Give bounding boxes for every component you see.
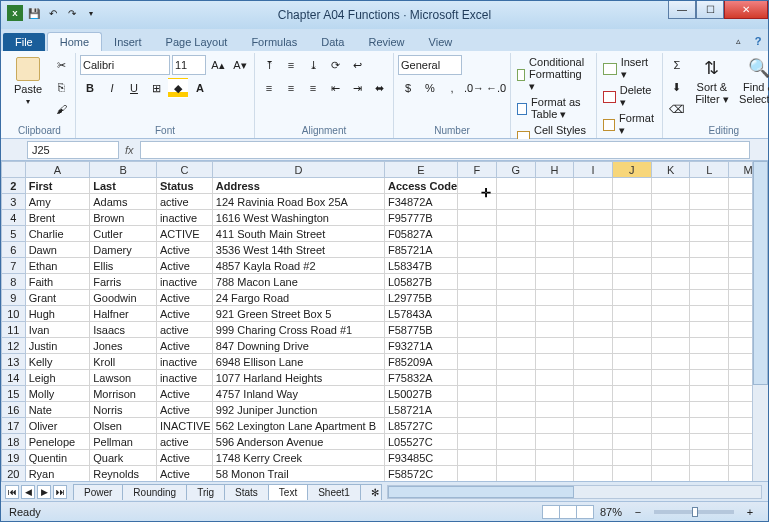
cell[interactable]: Ellis [90, 258, 157, 274]
tab-view[interactable]: View [417, 33, 465, 51]
cell[interactable]: 788 Macon Lane [212, 274, 384, 290]
cell[interactable]: Active [156, 338, 212, 354]
cell[interactable]: F85209A [384, 354, 457, 370]
currency-icon[interactable]: $ [398, 78, 418, 98]
horizontal-scrollbar[interactable] [387, 485, 762, 499]
cell[interactable] [612, 274, 651, 290]
cell[interactable] [612, 242, 651, 258]
bold-icon[interactable]: B [80, 78, 100, 98]
align-bottom-icon[interactable]: ⤓ [303, 55, 323, 75]
zoom-in-icon[interactable]: + [740, 502, 760, 522]
tab-formulas[interactable]: Formulas [239, 33, 309, 51]
cell[interactable] [612, 306, 651, 322]
scrollbar-thumb[interactable] [753, 161, 768, 385]
row-header-5[interactable]: 5 [2, 226, 26, 242]
row-header-2[interactable]: 2 [2, 178, 26, 194]
close-button[interactable]: ✕ [724, 1, 768, 19]
cell[interactable]: Jones [90, 338, 157, 354]
cell[interactable]: Grant [25, 290, 90, 306]
autosum-icon[interactable]: Σ [667, 55, 687, 75]
formula-bar[interactable] [140, 141, 750, 159]
wrap-text-icon[interactable]: ↩ [347, 55, 367, 75]
cell[interactable]: Penelope [25, 434, 90, 450]
new-sheet-button[interactable]: ✻ [360, 484, 382, 500]
row-header-9[interactable]: 9 [2, 290, 26, 306]
cell[interactable]: Pellman [90, 434, 157, 450]
border-icon[interactable]: ⊞ [146, 78, 166, 98]
tab-file[interactable]: File [3, 33, 45, 51]
sheet-tab-sheet1[interactable]: Sheet1 [307, 484, 361, 500]
col-header-G[interactable]: G [496, 162, 535, 178]
cell[interactable] [612, 290, 651, 306]
cut-icon[interactable]: ✂ [51, 55, 71, 75]
cell[interactable]: active [156, 434, 212, 450]
increase-decimal-icon[interactable]: .0→ [464, 78, 484, 98]
row-header-15[interactable]: 15 [2, 386, 26, 402]
cell[interactable]: Active [156, 386, 212, 402]
cell[interactable] [612, 258, 651, 274]
cell[interactable] [612, 338, 651, 354]
row-header-12[interactable]: 12 [2, 338, 26, 354]
cell[interactable]: inactive [156, 370, 212, 386]
cell[interactable]: 124 Ravinia Road Box 25A [212, 194, 384, 210]
cell[interactable]: L05527C [384, 434, 457, 450]
cell[interactable]: Dawn [25, 242, 90, 258]
number-format-combo[interactable] [398, 55, 462, 75]
col-header-D[interactable]: D [212, 162, 384, 178]
row-header-14[interactable]: 14 [2, 370, 26, 386]
worksheet-grid[interactable]: ABCDEFGHIJKLM2FirstLastStatusAddressAcce… [1, 161, 768, 481]
col-header-B[interactable]: B [90, 162, 157, 178]
row-header-16[interactable]: 16 [2, 402, 26, 418]
cell[interactable] [612, 226, 651, 242]
col-header-C[interactable]: C [156, 162, 212, 178]
save-icon[interactable]: 💾 [26, 5, 42, 21]
decrease-decimal-icon[interactable]: ←.0 [486, 78, 506, 98]
cell[interactable]: Goodwin [90, 290, 157, 306]
cell[interactable]: 58 Monon Trail [212, 466, 384, 482]
cell[interactable]: Ryan [25, 466, 90, 482]
copy-icon[interactable]: ⎘ [51, 77, 71, 97]
cell[interactable]: 1077 Harland Heights [212, 370, 384, 386]
percent-icon[interactable]: % [420, 78, 440, 98]
cell[interactable]: Active [156, 402, 212, 418]
cell[interactable]: inactive [156, 354, 212, 370]
cell[interactable]: Active [156, 466, 212, 482]
cell[interactable]: Isaacs [90, 322, 157, 338]
row-header-18[interactable]: 18 [2, 434, 26, 450]
cell[interactable]: Molly [25, 386, 90, 402]
ribbon-minimize-icon[interactable]: ▵ [728, 31, 748, 51]
sheet-nav-last-icon[interactable]: ⏭ [53, 485, 67, 499]
row-header-20[interactable]: 20 [2, 466, 26, 482]
cell[interactable]: L58347B [384, 258, 457, 274]
row-header-10[interactable]: 10 [2, 306, 26, 322]
cell[interactable]: Faith [25, 274, 90, 290]
cell[interactable]: Active [156, 290, 212, 306]
cell[interactable]: 3536 West 14th Street [212, 242, 384, 258]
cell[interactable]: 411 South Main Street [212, 226, 384, 242]
cell[interactable]: 4757 Inland Way [212, 386, 384, 402]
cell[interactable] [612, 450, 651, 466]
sheet-nav-next-icon[interactable]: ▶ [37, 485, 51, 499]
cell[interactable]: Olsen [90, 418, 157, 434]
sheet-nav-prev-icon[interactable]: ◀ [21, 485, 35, 499]
cell[interactable]: active [156, 194, 212, 210]
decrease-indent-icon[interactable]: ⇤ [325, 78, 345, 98]
cell[interactable]: active [156, 322, 212, 338]
cell[interactable]: Farris [90, 274, 157, 290]
col-header-H[interactable]: H [535, 162, 574, 178]
cell[interactable]: Reynolds [90, 466, 157, 482]
cell[interactable]: INACTIVE [156, 418, 212, 434]
zoom-thumb[interactable] [692, 507, 698, 517]
cell[interactable]: Ivan [25, 322, 90, 338]
conditional-formatting-button[interactable]: Conditional Formatting ▾ [515, 55, 592, 94]
col-header-A[interactable]: A [25, 162, 90, 178]
cell[interactable]: 992 Juniper Junction [212, 402, 384, 418]
zoom-slider[interactable] [654, 510, 734, 514]
cell[interactable]: L29775B [384, 290, 457, 306]
row-header-4[interactable]: 4 [2, 210, 26, 226]
cell[interactable]: Quentin [25, 450, 90, 466]
cell[interactable]: F85721A [384, 242, 457, 258]
delete-cells-button[interactable]: Delete ▾ [601, 83, 658, 110]
cell[interactable] [612, 466, 651, 482]
decrease-font-icon[interactable]: A▾ [230, 55, 250, 75]
